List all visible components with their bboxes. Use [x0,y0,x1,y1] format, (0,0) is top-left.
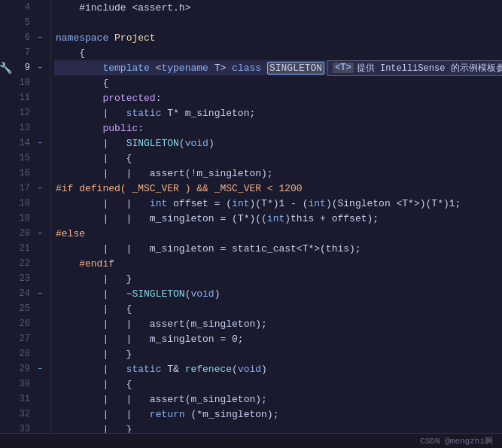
breakpoint-area[interactable] [0,318,11,329]
fold-icon [35,349,45,359]
line-number: 4 [11,2,35,13]
breakpoint-area[interactable] [0,228,11,239]
breakpoint-area[interactable] [0,168,11,178]
code-token: int [309,198,326,209]
fold-icon[interactable]: − [35,228,45,239]
code-line: | | m_singleton = 0; [54,331,502,346]
code-token: ~SINGLETON [126,288,185,300]
code-token: | [56,364,126,375]
code-token: = ( [208,198,232,209]
breakpoint-area[interactable] [0,379,11,389]
fold-icon[interactable]: − [35,62,45,73]
breakpoint-area[interactable] [0,424,11,433]
code-line: | { [54,376,502,392]
breakpoint-area[interactable] [0,17,11,28]
breakpoint-area[interactable] [0,409,11,419]
gutter-row: 12 [0,105,50,120]
line-number: 26 [11,318,35,329]
code-token: | | m_singleton = (T*)(( [56,213,267,224]
breakpoint-area[interactable] [0,213,11,224]
code-token: int [150,198,167,209]
code-line: | static T& refenece(void) [54,361,502,376]
breakpoint-area[interactable] [0,394,11,404]
code-content: #include <assert.h>namespace Project { t… [51,0,502,433]
gutter-row: 6− [0,30,50,45]
gutter-row: 26 [0,316,50,331]
fold-icon[interactable]: − [35,32,45,43]
fold-icon [35,243,45,254]
breakpoint-area[interactable] [0,198,11,209]
code-token: class [232,62,261,74]
breakpoint-area[interactable] [0,153,11,163]
gutter-row: 31 [0,392,50,407]
code-token: ) [261,364,267,375]
code-token: namespace [56,32,108,44]
code-line: { [54,45,502,60]
line-number: 18 [11,198,35,209]
breakpoint-area[interactable]: 🔧 [0,62,11,73]
code-token [56,93,102,104]
code-line: | | return (*m_singleton); [54,407,502,422]
fold-icon [35,78,45,88]
breakpoint-area[interactable] [0,273,11,284]
breakpoint-area[interactable] [0,303,11,314]
gutter-row: 🔧9− [0,60,50,75]
breakpoint-area[interactable] [0,78,11,88]
fold-icon[interactable]: − [35,364,45,374]
code-token: T& [161,364,184,375]
code-token: | | assert(m_singleton); [56,394,267,405]
gutter-row: 10 [0,75,50,90]
fold-icon [35,213,45,224]
gutter-row: 24− [0,286,50,301]
code-token: { [56,47,85,59]
code-line [54,15,502,30]
breakpoint-area[interactable] [0,258,11,269]
code-token: | [56,108,126,119]
code-token: static [126,364,162,375]
code-line: | | m_singleton = static_cast<T*>(this); [54,241,502,256]
code-line: #include <assert.h> [54,0,502,15]
intellisense-tooltip: <T>提供 IntelliSense 的示例模板参数 ·✎ [327,60,502,76]
fold-icon [35,93,45,103]
fold-icon [35,198,45,209]
breakpoint-area[interactable] [0,47,11,58]
code-token: ) [208,138,214,149]
breakpoint-area[interactable] [0,93,11,103]
code-token: { [56,78,108,89]
line-number: 29 [11,364,35,374]
gutter-row: 20− [0,226,50,241]
breakpoint-area[interactable] [0,334,11,344]
tooltip-text: 提供 IntelliSense 的示例模板参数 · [357,62,502,75]
gutter-row: 11 [0,90,50,105]
breakpoint-area[interactable] [0,32,11,43]
code-line: | } [54,346,502,361]
breakpoint-area[interactable] [0,243,11,254]
breakpoint-area[interactable] [0,138,11,148]
gutter-row: 7 [0,45,50,60]
code-token: protected [102,93,155,104]
code-line: | | int offset = (int)(T*)1 - (int)(Sing… [54,196,502,211]
tooltip-tag: <T> [333,62,354,73]
breakpoint-area[interactable] [0,108,11,118]
breakpoint-area[interactable] [0,364,11,374]
breakpoint-area[interactable] [0,349,11,359]
code-token: )(Singleton <T*>)(T*)1; [326,198,461,209]
breakpoint-area[interactable] [0,123,11,133]
code-token: int [267,213,284,224]
code-token: | | [56,409,150,420]
fold-icon [35,258,45,269]
code-line: | { [54,301,502,316]
line-gutter: 456−7🔧9−1011121314−151617−181920−2122232… [0,0,51,433]
code-token: | { [56,379,132,390]
statusbar-text: CSDN @mengzhi啊 [420,435,493,446]
breakpoint-area[interactable] [0,2,11,13]
fold-icon[interactable]: − [35,138,45,148]
breakpoint-area[interactable] [0,288,11,299]
breakpoint-area[interactable] [0,183,11,194]
fold-icon[interactable]: − [35,288,45,299]
gutter-row: 28 [0,346,50,361]
fold-icon[interactable]: − [35,183,45,194]
code-token: | { [56,153,132,164]
code-token: ) [214,288,221,300]
gutter-row: 14− [0,136,50,151]
